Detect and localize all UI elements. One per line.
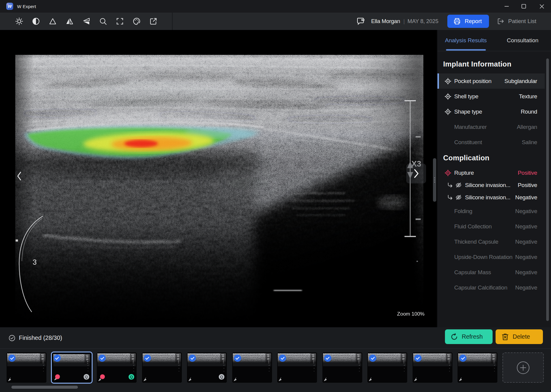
chat-button[interactable] <box>357 17 365 25</box>
add-plus-icon <box>516 361 530 375</box>
prev-image-button[interactable] <box>14 169 24 183</box>
result-label: Shape type <box>454 108 482 115</box>
handle-dot <box>434 180 435 180</box>
caliper-label: 3 <box>33 258 37 266</box>
flip-horizontal-button[interactable] <box>61 13 78 30</box>
report-button[interactable]: Report <box>447 15 489 28</box>
thumbnail[interactable] <box>458 352 497 383</box>
checked-badge[interactable] <box>54 355 61 362</box>
thumbnail[interactable] <box>142 352 182 383</box>
checked-badge[interactable] <box>99 355 106 362</box>
eye-off-icon <box>455 182 462 188</box>
thumbnail[interactable] <box>232 352 272 383</box>
thumbnail[interactable] <box>7 352 46 383</box>
image-canvas: 3 X3 Zoom 100% <box>0 30 437 327</box>
result-value: Negative <box>513 194 537 201</box>
refresh-icon <box>450 333 458 341</box>
result-value: Negative <box>513 284 537 291</box>
delete-button[interactable]: Delete <box>496 329 543 344</box>
patient-list-label: Patient List <box>508 18 536 25</box>
result-row[interactable]: Pocket positionSubglandular <box>437 73 545 89</box>
result-row[interactable]: FoldingNegative <box>437 203 545 219</box>
refresh-button[interactable]: Refresh <box>445 329 493 344</box>
thumbnail[interactable]: Q <box>52 352 92 383</box>
checked-badge[interactable] <box>369 355 376 362</box>
flip-vertical-button[interactable] <box>78 13 95 30</box>
result-value: Negative <box>513 223 537 230</box>
checked-badge[interactable] <box>414 355 422 362</box>
result-row[interactable]: Upside-Down RoatationNegative <box>437 249 545 265</box>
checked-badge[interactable] <box>324 355 331 362</box>
panel-resize-handle[interactable] <box>433 158 436 202</box>
result-label: Upside-Down Roatation <box>454 254 512 260</box>
result-value: Texture <box>517 93 537 100</box>
check-circle-icon <box>9 335 15 341</box>
result-value: Subglandular <box>502 78 537 85</box>
result-row[interactable]: Fluid CollectionNegative <box>437 219 545 234</box>
result-value: Negative <box>513 239 537 245</box>
thumbnail[interactable] <box>277 352 317 383</box>
result-value: Positive <box>515 182 537 189</box>
tab-analysis-results[interactable]: Analysis Results <box>437 30 494 51</box>
minimize-icon <box>504 4 509 9</box>
checked-badge[interactable] <box>279 355 286 362</box>
next-image-button[interactable] <box>406 164 426 183</box>
ultrasound-image[interactable]: 3 X3 <box>15 55 423 322</box>
result-value: Negative <box>513 208 537 215</box>
app-title: W Expert <box>17 4 36 9</box>
toolbar-right: Ella Morgan | MAY 8, 2025 Report Patient… <box>357 13 551 30</box>
add-image-button[interactable] <box>502 352 544 383</box>
checked-badge[interactable] <box>459 355 467 362</box>
chevron-right-icon <box>413 169 419 178</box>
result-row[interactable]: Silicone invasion...Negative <box>437 191 545 203</box>
checked-badge[interactable] <box>144 355 151 362</box>
result-row[interactable]: Capsular MassNegative <box>437 265 545 280</box>
result-row[interactable]: ManufacturerAllergan <box>437 119 545 135</box>
result-label: Rupture <box>454 170 474 176</box>
zoom-level-label: Zoom 100% <box>397 311 425 317</box>
exam-date: MAY 8, 2025 <box>407 18 438 25</box>
filmstrip-scrollbar[interactable] <box>11 386 78 389</box>
checked-badge[interactable] <box>8 355 16 362</box>
checked-badge[interactable] <box>234 355 241 362</box>
maximize-button[interactable] <box>517 0 531 13</box>
subdirectory-arrow-icon <box>447 195 453 200</box>
tgc-button[interactable] <box>44 13 61 30</box>
result-row[interactable]: Thickend CapsuleNegative <box>437 234 545 249</box>
maximize-icon <box>521 4 526 9</box>
thumbnail[interactable] <box>322 352 362 383</box>
target-icon <box>445 78 451 85</box>
result-row[interactable]: Capsular CalcificationNegative <box>437 280 545 295</box>
tab-consultation[interactable]: Consultation <box>494 30 551 51</box>
result-label: Fluid Collection <box>454 223 492 230</box>
contrast-button[interactable] <box>28 13 44 30</box>
ultrasound-svg: 3 X3 <box>15 55 423 322</box>
thumbnail[interactable]: Q <box>97 352 137 383</box>
checked-badge[interactable] <box>189 355 196 362</box>
palette-icon <box>132 17 141 25</box>
result-row[interactable]: Shape typeRound <box>437 104 545 119</box>
result-row[interactable]: RupturePositive <box>437 167 545 179</box>
close-button[interactable] <box>535 0 549 13</box>
status-bar: Finished (28/30) Refresh Delete <box>0 327 551 349</box>
patient-list-button[interactable]: Patient List <box>497 18 536 25</box>
section-title: Complication <box>443 154 551 162</box>
thumbnail[interactable] <box>367 352 407 383</box>
minimize-button[interactable] <box>500 0 514 13</box>
result-row[interactable]: Shell typeTexture <box>437 89 545 104</box>
brightness-icon <box>15 17 23 25</box>
result-label: Capsular Mass <box>454 269 491 276</box>
alert-dot-badge <box>100 374 105 379</box>
report-label: Report <box>465 18 482 25</box>
fullscreen-button[interactable] <box>111 13 128 30</box>
zoom-button[interactable] <box>95 13 111 30</box>
sidebar-scrollbar[interactable] <box>546 58 549 321</box>
export-button[interactable] <box>145 13 162 30</box>
thumbnail[interactable]: Q <box>187 352 227 383</box>
result-value: Negative <box>513 269 537 276</box>
palette-button[interactable] <box>128 13 145 30</box>
brightness-button[interactable] <box>11 13 28 30</box>
thumbnail[interactable] <box>413 352 452 383</box>
result-row[interactable]: ConstituentSaline <box>437 135 545 150</box>
result-row[interactable]: Silicone invasion...Positive <box>437 179 545 191</box>
